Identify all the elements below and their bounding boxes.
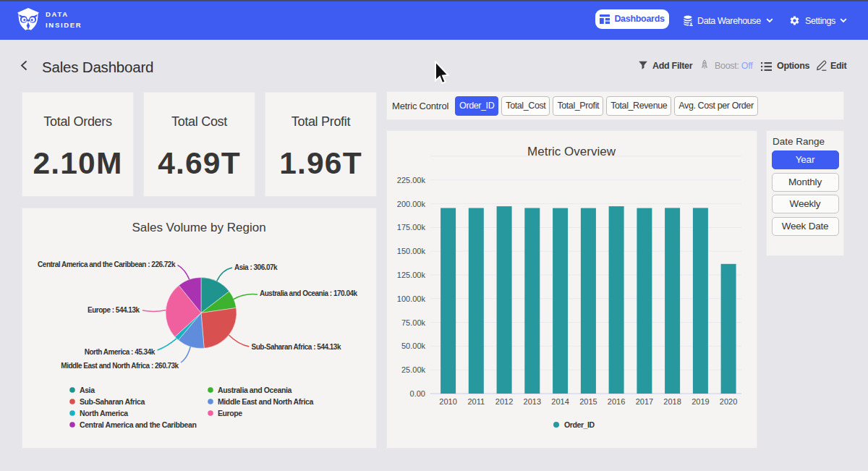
svg-text:Europe: Europe xyxy=(218,409,242,417)
svg-text:2017: 2017 xyxy=(636,397,653,406)
svg-text:2020: 2020 xyxy=(720,397,737,406)
svg-text:Australia and Oceania : 170.04: Australia and Oceania : 170.04k xyxy=(260,289,358,297)
svg-text:125.00k: 125.00k xyxy=(397,271,426,279)
svg-text:2011: 2011 xyxy=(467,397,485,406)
svg-text:2012: 2012 xyxy=(495,397,513,406)
svg-text:Sales Volume by Region: Sales Volume by Region xyxy=(132,221,265,234)
svg-text:175.00k: 175.00k xyxy=(397,223,426,232)
svg-text:2014: 2014 xyxy=(551,397,569,406)
svg-text:North America: North America xyxy=(80,409,128,417)
svg-text:2010: 2010 xyxy=(439,397,456,406)
svg-text:Middle East and North Africa :: Middle East and North Africa : 260.73k xyxy=(61,362,179,370)
svg-text:225.00k: 225.00k xyxy=(397,176,426,184)
svg-text:25.00k: 25.00k xyxy=(401,365,426,374)
svg-text:Central America and the Caribb: Central America and the Caribbean : 226.… xyxy=(38,260,176,268)
svg-text:Sub-Saharan Africa : 544.13k: Sub-Saharan Africa : 544.13k xyxy=(252,343,341,351)
svg-text:North America : 45.34k: North America : 45.34k xyxy=(85,348,156,356)
svg-text:75.00k: 75.00k xyxy=(401,318,426,327)
svg-text:Asia : 306.07k: Asia : 306.07k xyxy=(234,263,278,271)
svg-text:2019: 2019 xyxy=(692,397,709,406)
svg-text:150.00k: 150.00k xyxy=(397,247,426,255)
svg-text:2016: 2016 xyxy=(608,397,625,406)
svg-text:Sub-Saharan Africa: Sub-Saharan Africa xyxy=(80,397,145,406)
svg-text:Order_ID: Order_ID xyxy=(564,420,595,429)
svg-text:0.00: 0.00 xyxy=(410,389,425,398)
svg-text:2018: 2018 xyxy=(663,397,681,406)
svg-text:2013: 2013 xyxy=(524,397,541,406)
svg-text:100.00k: 100.00k xyxy=(397,294,426,303)
svg-text:Central America and the Caribb: Central America and the Caribbean xyxy=(80,420,196,429)
svg-text:Europe : 544.13k: Europe : 544.13k xyxy=(88,306,140,314)
svg-text:2015: 2015 xyxy=(579,397,597,406)
svg-text:Middle East and North Africa: Middle East and North Africa xyxy=(218,397,313,406)
svg-text:200.00k: 200.00k xyxy=(397,200,426,208)
svg-text:Asia: Asia xyxy=(80,386,95,394)
svg-text:50.00k: 50.00k xyxy=(401,341,426,350)
svg-text:Australia and Oceania: Australia and Oceania xyxy=(218,386,292,394)
